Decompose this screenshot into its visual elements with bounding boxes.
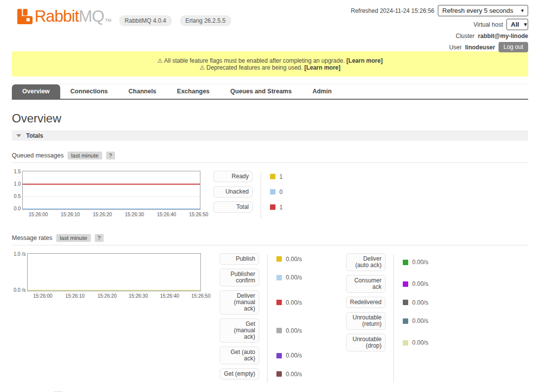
deliver-auto-ack-rate-value: 0.00/s bbox=[412, 259, 428, 266]
queued-chart: 1.5 1.0 0.5 0.0 15:26:00 15:26:10 15:26:… bbox=[12, 171, 200, 219]
unacked-value: 0 bbox=[279, 189, 283, 196]
get-manual-ack-color-swatch bbox=[276, 328, 282, 333]
refresh-interval-select[interactable]: Refresh every 5 seconds ▾ bbox=[438, 5, 528, 16]
wordmark-mq: MQ bbox=[78, 7, 104, 25]
ready-color-swatch bbox=[270, 174, 275, 179]
page-title: Overview bbox=[12, 112, 528, 125]
queued-chart-x-axis: 15:26:00 15:26:10 15:26:20 15:26:30 15:2… bbox=[22, 211, 200, 219]
get-empty-legend-button[interactable]: Get (empty) bbox=[220, 368, 259, 380]
rates-chart: 1.0 /s 0.0 /s 15:26:00 15:26:10 15:26:20… bbox=[12, 253, 207, 384]
deliver-manual-ack-legend-button[interactable]: Deliver (manual ack) bbox=[220, 290, 259, 314]
queued-help-icon[interactable]: ? bbox=[106, 152, 115, 159]
refreshed-timestamp: Refreshed 2024-11-24 15:26:56 bbox=[351, 7, 434, 14]
y-tick: 1.5 bbox=[11, 169, 21, 174]
logout-button[interactable]: Log out bbox=[499, 42, 528, 52]
tab-queues-and-streams[interactable]: Queues and Streams bbox=[220, 84, 302, 99]
ready-legend-button[interactable]: Ready bbox=[213, 171, 253, 182]
message-rates-header: Message rates last minute ? bbox=[12, 234, 528, 245]
main-tabs: Overview Connections Channels Exchanges … bbox=[12, 84, 528, 100]
tab-connections[interactable]: Connections bbox=[60, 84, 118, 99]
wordmark-rabbit: Rabbit bbox=[35, 7, 78, 25]
unroutable-drop-legend-button[interactable]: Unroutable (drop) bbox=[346, 334, 386, 352]
header: RabbitMQTM RabbitMQ 4.0.4 Erlang 26.2.5.… bbox=[12, 0, 528, 51]
rates-help-icon[interactable]: ? bbox=[95, 234, 104, 242]
unroutable-return-legend-button[interactable]: Unroutable (return) bbox=[346, 312, 386, 330]
rates-range-badge[interactable]: last minute bbox=[56, 234, 91, 242]
virtual-host-select[interactable]: All ▾ bbox=[506, 19, 528, 30]
tab-overview[interactable]: Overview bbox=[12, 84, 60, 99]
legend-row: Unroutable (drop) 0.00/s bbox=[346, 334, 460, 352]
unroutable-return-color-swatch bbox=[403, 318, 408, 324]
x-tick: 15:26:40 bbox=[157, 212, 176, 217]
tab-channels[interactable]: Channels bbox=[118, 84, 166, 99]
unroutable-drop-rate-value: 0.00/s bbox=[412, 339, 428, 346]
deprecated-features-warning-text: ⚠ Deprecated features are being used. bbox=[199, 64, 303, 71]
legend-row: Deliver (auto ack) 0.00/s bbox=[346, 253, 460, 271]
get-empty-color-swatch bbox=[276, 371, 282, 377]
redelivered-legend-button[interactable]: Redelivered bbox=[346, 297, 386, 308]
tab-admin[interactable]: Admin bbox=[302, 84, 342, 99]
x-tick: 15:26:50 bbox=[192, 293, 211, 299]
x-tick: 15:26:00 bbox=[33, 293, 52, 299]
totals-section-header[interactable]: Totals bbox=[12, 130, 528, 141]
legend-row: Consumer ack 0.00/s bbox=[346, 275, 460, 293]
unacked-legend-button[interactable]: Unacked bbox=[213, 186, 253, 197]
get-empty-rate-value: 0.00/s bbox=[286, 371, 302, 378]
rates-chart-plot-area: 1.0 /s 0.0 /s bbox=[27, 253, 201, 291]
legend-row: Get (manual ack) 0.00/s bbox=[220, 318, 333, 343]
legend-row: Get (empty) 0.00/s bbox=[220, 368, 333, 380]
total-color-swatch bbox=[270, 204, 275, 210]
total-legend-button[interactable]: Total bbox=[213, 201, 253, 213]
message-rates-title: Message rates bbox=[12, 235, 52, 241]
virtual-host-row: Virtual host All ▾ bbox=[473, 19, 528, 30]
header-right: Refreshed 2024-11-24 15:26:56 Refresh ev… bbox=[351, 5, 528, 52]
publisher-confirm-legend-button[interactable]: Publisher confirm bbox=[220, 269, 259, 286]
queued-legend: Ready 1 Unacked 0 Total 1 bbox=[213, 171, 283, 219]
x-tick: 15:26:20 bbox=[93, 212, 112, 217]
deliver-manual-ack-color-swatch bbox=[276, 300, 282, 305]
total-value: 1 bbox=[279, 204, 283, 211]
publisher-confirm-color-swatch bbox=[276, 275, 282, 280]
publish-rate-value: 0.00/s bbox=[286, 256, 302, 263]
get-manual-ack-legend-button[interactable]: Get (manual ack) bbox=[220, 318, 259, 343]
unroutable-return-rate-value: 0.00/s bbox=[412, 317, 428, 324]
unroutable-drop-color-swatch bbox=[403, 340, 408, 346]
totals-label: Totals bbox=[26, 132, 43, 139]
consumer-ack-legend-button[interactable]: Consumer ack bbox=[346, 275, 386, 293]
rabbitmq-wordmark: RabbitMQTM bbox=[35, 7, 112, 30]
x-tick: 15:26:40 bbox=[160, 293, 179, 299]
get-auto-ack-legend-button[interactable]: Get (auto ack) bbox=[220, 347, 259, 364]
legend-row: Deliver (manual ack) 0.00/s bbox=[220, 290, 333, 314]
total-series-line bbox=[23, 184, 200, 185]
legend-row: Get (auto ack) 0.00/s bbox=[220, 347, 333, 364]
erlang-version-badge: Erlang 26.2.5.5 bbox=[180, 15, 231, 26]
legend-row: Unroutable (return) 0.00/s bbox=[346, 312, 460, 330]
user-name: linodeuser bbox=[465, 44, 495, 51]
chevron-down-icon: ▾ bbox=[521, 7, 524, 14]
cluster-row: Cluster rabbit@my-linode bbox=[456, 33, 528, 39]
redelivered-color-swatch bbox=[403, 300, 408, 305]
user-label: User bbox=[449, 44, 462, 51]
tab-exchanges[interactable]: Exchanges bbox=[167, 84, 220, 99]
feature-flags-warning-text: ⚠ All stable feature flags must be enabl… bbox=[157, 57, 345, 64]
user-row: User linodeuser Log out bbox=[449, 42, 528, 52]
zero-rate-series-line bbox=[28, 290, 200, 291]
ready-value: 1 bbox=[279, 173, 283, 180]
x-tick: 15:26:10 bbox=[61, 212, 80, 217]
publish-legend-button[interactable]: Publish bbox=[220, 253, 259, 265]
cluster-label: Cluster bbox=[456, 33, 474, 39]
deprecated-learn-more-link[interactable]: [Learn more] bbox=[304, 64, 340, 71]
deliver-auto-ack-legend-button[interactable]: Deliver (auto ack) bbox=[346, 253, 386, 271]
virtual-host-label: Virtual host bbox=[473, 21, 503, 28]
get-auto-ack-rate-value: 0.00/s bbox=[286, 352, 302, 359]
chevron-down-icon: ▾ bbox=[524, 21, 527, 28]
feature-flags-learn-more-link[interactable]: [Learn more] bbox=[347, 57, 383, 64]
x-tick: 15:26:10 bbox=[65, 293, 84, 299]
legend-row: Redelivered 0.00/s bbox=[346, 297, 460, 308]
legend-row: Publish 0.00/s bbox=[220, 253, 333, 265]
queued-range-badge[interactable]: last minute bbox=[68, 152, 102, 159]
y-tick: 0.0 /s bbox=[11, 287, 26, 293]
unacked-series-line bbox=[23, 208, 200, 209]
cluster-name: rabbit@my-linode bbox=[478, 33, 528, 39]
redelivered-rate-value: 0.00/s bbox=[412, 299, 428, 306]
